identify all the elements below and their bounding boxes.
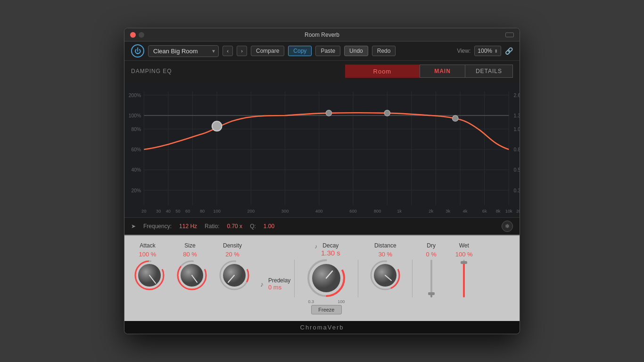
tab-details[interactable]: DETAILS — [465, 65, 513, 78]
svg-text:200: 200 — [248, 209, 255, 214]
q-label: Q: — [250, 223, 256, 230]
decay-max: 100 — [338, 299, 345, 304]
link-icon[interactable]: 🔗 — [505, 47, 513, 55]
svg-text:3k: 3k — [446, 209, 450, 214]
close-button[interactable] — [130, 32, 136, 38]
decay-note-icon[interactable]: ♪ — [313, 242, 319, 252]
wet-slider-handle[interactable] — [461, 261, 467, 264]
distance-label: Distance — [374, 242, 396, 249]
wet-slider-container[interactable] — [463, 260, 465, 297]
copy-button[interactable]: Copy — [288, 46, 312, 56]
note-icon[interactable]: ♪ — [258, 279, 265, 290]
paste-button[interactable]: Paste — [315, 46, 340, 56]
distance-knob[interactable] — [370, 260, 401, 291]
q-value: 1.00 — [264, 223, 274, 230]
preset-selector-wrapper: Clean Big Room ▼ — [148, 45, 219, 57]
title-bar-buttons — [130, 32, 144, 38]
density-knob-container — [219, 260, 246, 287]
damping-eq-label: DAMPING EQ — [131, 68, 345, 74]
svg-text:2k: 2k — [429, 209, 433, 214]
svg-text:20: 20 — [141, 209, 146, 214]
eq-display[interactable]: 200% 100% 80% 60% 40% 20% 2.6 s 1.3 s 1.… — [124, 82, 520, 217]
compare-button[interactable]: Compare — [251, 46, 284, 56]
density-knob[interactable] — [219, 260, 250, 291]
eq-control-point-3[interactable] — [384, 110, 390, 116]
divider-1 — [294, 260, 295, 297]
wet-slider-track — [463, 260, 465, 297]
svg-text:30: 30 — [156, 209, 161, 214]
wet-label: Wet — [459, 242, 469, 249]
power-button[interactable]: ⏻ — [131, 44, 144, 58]
ratio-value: 0.70 x — [227, 223, 242, 230]
window-title: Room Reverb — [305, 32, 339, 38]
dry-group: Dry 0 % — [416, 242, 446, 297]
size-label: Size — [184, 242, 195, 249]
view-label: View: — [457, 48, 471, 54]
dry-slider-track — [430, 260, 432, 297]
distance-group: Distance 30 % — [362, 242, 408, 291]
density-group: Density 20 % — [211, 242, 254, 287]
nav-next-button[interactable]: › — [237, 46, 247, 56]
eq-graph[interactable]: 200% 100% 80% 60% 40% 20% 2.6 s 1.3 s 1.… — [124, 82, 520, 217]
dry-slider-handle[interactable] — [428, 292, 435, 295]
svg-text:80%: 80% — [131, 127, 141, 132]
decay-knob[interactable] — [306, 258, 347, 298]
section-tabs: DAMPING EQ Room MAIN DETAILS — [124, 61, 520, 82]
size-knob-container — [176, 260, 204, 287]
title-bar: Room Reverb — [124, 28, 520, 41]
svg-text:8k: 8k — [496, 209, 501, 214]
size-knob[interactable] — [176, 260, 207, 291]
svg-text:20k: 20k — [516, 209, 520, 214]
predelay-group: ♪ Predelay 0 ms — [254, 242, 290, 291]
svg-text:40%: 40% — [131, 167, 141, 173]
svg-text:50: 50 — [175, 209, 180, 214]
snowflake-button[interactable]: ❄ — [502, 221, 513, 232]
svg-text:600: 600 — [349, 209, 356, 214]
tab-room[interactable]: Room — [345, 65, 420, 78]
frequency-value: 112 Hz — [179, 223, 197, 230]
svg-text:1.0 s: 1.0 s — [514, 127, 520, 132]
svg-text:60: 60 — [185, 209, 190, 214]
attack-knob[interactable] — [134, 260, 165, 291]
density-label: Density — [223, 242, 242, 249]
eq-control-point-2[interactable] — [326, 110, 331, 116]
density-value: 20 % — [225, 251, 239, 258]
undo-button[interactable]: Undo — [344, 46, 368, 56]
svg-text:2.6 s: 2.6 s — [514, 93, 520, 98]
predelay-label-group: Predelay 0 ms — [268, 277, 290, 291]
predelay-row: ♪ Predelay 0 ms — [258, 277, 290, 291]
decay-header: ♪ Decay 1.30 s — [313, 242, 340, 257]
attack-value: 100 % — [139, 251, 157, 258]
decay-label-group: Decay 1.30 s — [321, 242, 340, 257]
view-stepper[interactable]: ⬍ — [494, 49, 498, 54]
svg-text:400: 400 — [315, 209, 322, 214]
decay-outer-group: ♪ Decay 1.30 s — [298, 242, 354, 314]
eq-control-point-4[interactable] — [453, 115, 458, 121]
svg-text:0.3 s: 0.3 s — [514, 188, 520, 193]
controls-section: Attack 100 % — [124, 235, 520, 321]
expand-button[interactable] — [505, 33, 514, 37]
svg-text:1k: 1k — [397, 209, 402, 214]
toolbar: ⏻ Clean Big Room ▼ ‹ › Compare Copy Past… — [124, 41, 520, 61]
distance-value: 30 % — [379, 251, 393, 258]
redo-button[interactable]: Redo — [372, 46, 396, 56]
svg-text:100: 100 — [213, 209, 220, 214]
svg-text:6k: 6k — [482, 209, 487, 214]
svg-text:4k: 4k — [463, 209, 468, 214]
svg-text:80: 80 — [200, 209, 205, 214]
minimize-button[interactable] — [139, 32, 144, 38]
view-control[interactable]: 100% ⬍ — [474, 46, 501, 56]
decay-value: 1.30 s — [321, 249, 340, 257]
preset-select[interactable]: Clean Big Room — [148, 45, 219, 57]
freeze-button[interactable]: Freeze — [311, 305, 341, 314]
divider-3 — [412, 260, 413, 297]
nav-prev-button[interactable]: ‹ — [223, 46, 233, 56]
predelay-label: Predelay — [268, 277, 290, 284]
tab-main[interactable]: MAIN — [420, 65, 465, 78]
attack-label: Attack — [140, 242, 155, 249]
dry-slider-container[interactable] — [430, 260, 432, 297]
decay-min: 0.3 — [308, 299, 314, 304]
eq-control-point-1[interactable] — [212, 121, 222, 131]
decay-scale: 0.3 100 — [308, 299, 345, 304]
attack-group: Attack 100 % — [134, 242, 169, 287]
